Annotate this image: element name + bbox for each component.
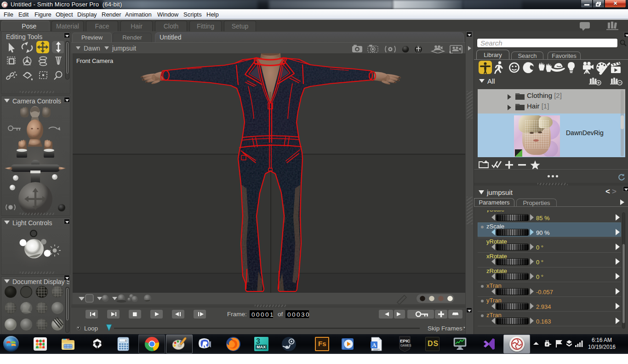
svg-text:GAMES: GAMES: [400, 344, 411, 347]
svg-text:EPIC: EPIC: [400, 338, 410, 343]
svg-text:00030: 00030: [287, 311, 310, 318]
svg-text:of: of: [278, 311, 283, 318]
svg-text:Skip Frames: Skip Frames: [428, 325, 462, 332]
svg-text:Frame:: Frame:: [227, 311, 247, 318]
svg-text:Loop: Loop: [84, 325, 98, 332]
svg-text:00001: 00001: [251, 311, 274, 318]
svg-text:A: A: [372, 342, 377, 348]
svg-text:0: 0: [125, 339, 127, 342]
